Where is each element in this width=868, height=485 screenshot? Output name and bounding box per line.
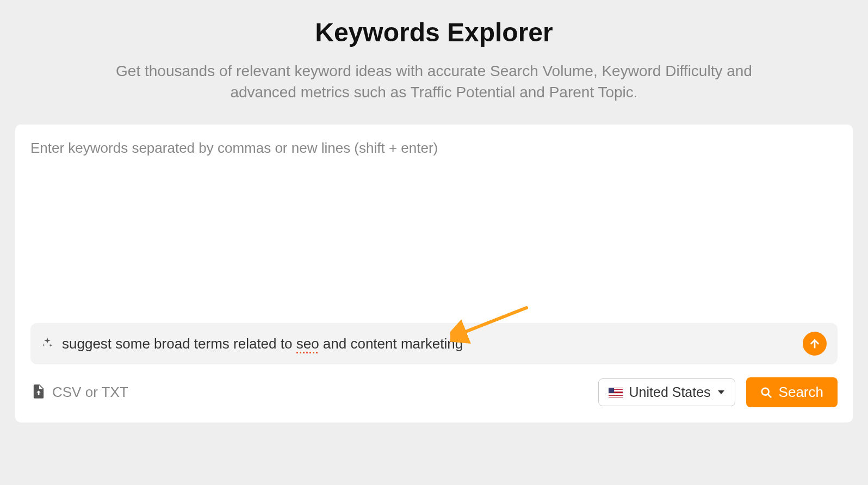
search-button-label: Search: [779, 384, 823, 401]
upload-file-button[interactable]: CSV or TXT: [33, 384, 128, 401]
ai-submit-button[interactable]: [803, 332, 827, 356]
us-flag-icon: [609, 388, 623, 397]
sparkle-icon: [41, 337, 53, 351]
file-upload-icon: [33, 384, 45, 401]
page-subtitle: Get thousands of relevant keyword ideas …: [108, 60, 760, 103]
svg-line-2: [767, 394, 771, 397]
country-label: United States: [629, 384, 711, 400]
country-select[interactable]: United States: [598, 378, 735, 406]
chevron-down-icon: [717, 388, 725, 397]
right-controls: United States Search: [598, 377, 838, 407]
ai-suggest-bar[interactable]: suggest some broad terms related to seo …: [30, 323, 838, 364]
arrow-up-icon: [809, 338, 821, 350]
ai-text-spellcheck: seo: [296, 335, 319, 352]
search-icon: [760, 387, 772, 399]
bottom-row: CSV or TXT United States Search: [30, 377, 838, 407]
ai-text-pre: suggest some broad terms related to: [62, 335, 296, 352]
ai-text-post: and content marketing: [319, 335, 463, 352]
keywords-input[interactable]: [30, 140, 838, 316]
page-title: Keywords Explorer: [0, 17, 868, 47]
ai-suggest-text[interactable]: suggest some broad terms related to seo …: [62, 335, 794, 352]
upload-label: CSV or TXT: [52, 384, 128, 401]
page-header: Keywords Explorer Get thousands of relev…: [0, 0, 868, 125]
search-button[interactable]: Search: [746, 377, 838, 407]
main-panel: suggest some broad terms related to seo …: [15, 125, 853, 422]
